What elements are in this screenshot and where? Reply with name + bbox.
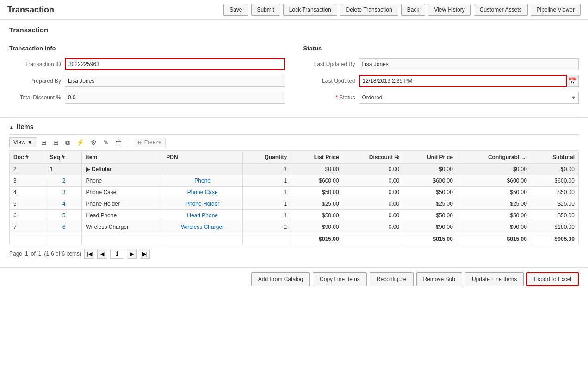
table-row: 4 3 Phone Case Phone Case 1 $50.00 0.00 … (10, 187, 579, 198)
items-table-head: Doc # Seq # Item PDN Quantity List Price… (10, 151, 579, 164)
cell-pdn[interactable]: Phone Holder (162, 198, 243, 210)
last-updated-row: Last Updated 📅 (303, 75, 579, 87)
status-block-title: Status (303, 45, 579, 52)
items-section: ▲ Items View ▼ ⊟ ⊞ ⧉ ⚡ ⚙ ✎ 🗑 ⊞ Freeze Do… (0, 118, 588, 267)
settings-button[interactable]: ⚙ (88, 138, 99, 147)
cell-configurable: $90.00 (457, 221, 531, 233)
cell-seq[interactable]: 3 (46, 187, 82, 198)
reconfigure-button[interactable]: Reconfigure (370, 272, 414, 286)
total-empty-2 (46, 233, 82, 245)
cell-doc: 4 (10, 187, 46, 198)
cell-quantity: 1 (243, 210, 291, 221)
cell-subtotal: $600.00 (531, 175, 578, 187)
lock-transaction-button[interactable]: Lock Transaction (283, 4, 337, 16)
cell-seq: 1 (46, 164, 82, 175)
customer-assets-button[interactable]: Customer Assets (474, 4, 528, 16)
filter-edit-button[interactable]: ⊞ (51, 138, 61, 147)
table-row: 2 1 ▶ Cellular 1 $0.00 0.00 $0.00 $0.00 … (10, 164, 579, 175)
delete-button[interactable]: 🗑 (113, 138, 124, 147)
lightning-button[interactable]: ⚡ (74, 138, 87, 147)
cell-discount: 0.00 (343, 175, 403, 187)
items-table-header-row: Doc # Seq # Item PDN Quantity List Price… (10, 151, 579, 164)
cell-pdn (162, 164, 243, 175)
cell-list-price: $50.00 (291, 187, 343, 198)
view-history-button[interactable]: View History (428, 4, 470, 16)
prepared-by-field[interactable] (65, 75, 285, 87)
first-page-button[interactable]: |◀ (84, 249, 94, 259)
freeze-grid-icon: ⊞ (138, 139, 142, 146)
cell-subtotal: $25.00 (531, 198, 578, 210)
filter-button[interactable]: ⊟ (39, 138, 49, 147)
cell-pdn[interactable]: Head Phone (162, 210, 243, 221)
cell-pdn[interactable]: Phone (162, 175, 243, 187)
table-row: 3 2 Phone Phone 1 $600.00 0.00 $600.00 $… (10, 175, 579, 187)
cell-list-price: $0.00 (291, 164, 343, 175)
last-updated-field[interactable] (359, 75, 567, 87)
next-page-button[interactable]: ▶ (127, 249, 137, 259)
cell-discount: 0.00 (343, 164, 403, 175)
delete-transaction-button[interactable]: Delete Transaction (340, 4, 398, 16)
add-from-catalog-button[interactable]: Add From Catalog (251, 272, 310, 286)
cell-pdn[interactable]: Wireless Charger (162, 221, 243, 233)
cell-item: Phone Holder (82, 198, 162, 210)
page-num-text: 1 (25, 251, 28, 257)
copy-line-items-button[interactable]: Copy Line Items (313, 272, 367, 286)
cell-seq[interactable]: 2 (46, 175, 82, 187)
total-empty-5 (243, 233, 291, 245)
pagination-bar: Page 1 of 1 (1-6 of 6 items) |◀ ◀ ▶ ▶| (9, 245, 579, 263)
freeze-button[interactable]: ⊞ Freeze (134, 138, 166, 147)
save-button[interactable]: Save (223, 4, 248, 16)
page-label: Page (9, 251, 22, 257)
cell-unit-price: $50.00 (403, 210, 457, 221)
status-select[interactable]: Ordered (359, 92, 579, 104)
header-button-group: SaveSubmitLock TransactionDelete Transac… (223, 4, 581, 16)
total-unit-price: $815.00 (403, 233, 457, 245)
cell-pdn[interactable]: Phone Case (162, 187, 243, 198)
edit-button[interactable]: ✎ (101, 138, 111, 147)
last-page-button[interactable]: ▶| (140, 249, 150, 259)
calendar-icon[interactable]: 📅 (567, 75, 579, 87)
cell-discount: 0.00 (343, 187, 403, 198)
transaction-section: Transaction (0, 20, 588, 45)
col-configurable: Configurabl. ... (457, 151, 531, 164)
last-updated-by-field[interactable] (359, 58, 579, 70)
back-button[interactable]: Back (401, 4, 426, 16)
cell-seq[interactable]: 6 (46, 221, 82, 233)
total-discount-field[interactable] (65, 92, 285, 104)
cell-seq[interactable]: 4 (46, 198, 82, 210)
cell-discount: 0.00 (343, 210, 403, 221)
items-info-text: (1-6 of 6 items) (44, 251, 81, 257)
page-title: Transaction (7, 5, 54, 15)
cell-unit-price: $0.00 (403, 164, 457, 175)
cell-doc: 7 (10, 221, 46, 233)
cell-quantity: 1 (243, 198, 291, 210)
export-to-excel-button[interactable]: Export to Excel (526, 272, 579, 286)
cell-item: Head Phone (82, 210, 162, 221)
page-input[interactable] (110, 249, 124, 259)
total-discount-label: Total Discount % (9, 94, 65, 101)
view-button[interactable]: View ▼ (9, 137, 37, 147)
cell-item: Phone Case (82, 187, 162, 198)
status-row: Status Ordered ▼ (303, 92, 579, 104)
copy-button[interactable]: ⧉ (63, 138, 72, 147)
cell-configurable: $600.00 (457, 175, 531, 187)
cell-configurable: $25.00 (457, 198, 531, 210)
remove-sub-button[interactable]: Remove Sub (416, 272, 462, 286)
submit-button[interactable]: Submit (251, 4, 280, 16)
status-block: Status Last Updated By Last Updated 📅 St… (303, 45, 579, 108)
cell-subtotal: $50.00 (531, 210, 578, 221)
total-subtotal: $905.00 (531, 233, 578, 245)
cell-seq[interactable]: 5 (46, 210, 82, 221)
total-empty-3 (82, 233, 162, 245)
items-table: Doc # Seq # Item PDN Quantity List Price… (9, 151, 579, 245)
cell-unit-price: $25.00 (403, 198, 457, 210)
collapse-icon[interactable]: ▲ (9, 124, 14, 129)
prev-page-button[interactable]: ◀ (97, 249, 107, 259)
cell-list-price: $50.00 (291, 210, 343, 221)
transaction-id-field[interactable] (65, 58, 285, 70)
cell-item: Phone (82, 175, 162, 187)
items-table-body: 2 1 ▶ Cellular 1 $0.00 0.00 $0.00 $0.00 … (10, 164, 579, 245)
pipeline-viewer-button[interactable]: Pipeline Viewer (531, 4, 581, 16)
update-line-items-button[interactable]: Update Line Items (465, 272, 524, 286)
transaction-id-label: Transaction ID (9, 61, 65, 67)
